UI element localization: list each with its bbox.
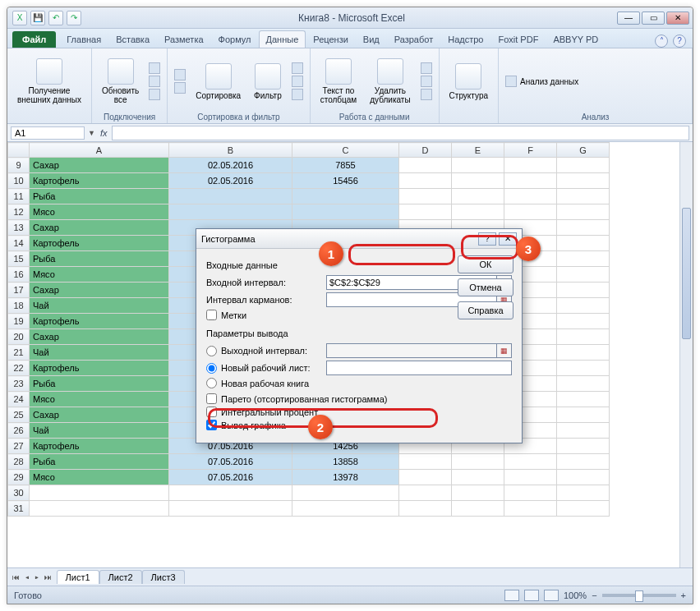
normal-view-button[interactable] (504, 590, 519, 601)
cell[interactable]: Чай (30, 345, 169, 361)
row-header[interactable]: 18 (8, 298, 30, 314)
zoom-level[interactable]: 100% (564, 590, 587, 600)
row-header[interactable]: 30 (8, 485, 30, 501)
cell[interactable]: 07.05.2016 (169, 470, 292, 485)
row-header[interactable]: 11 (8, 189, 30, 204)
outline-button[interactable]: Структура (446, 62, 491, 102)
sheet-nav-icons[interactable]: ⏮ ◀ ▶ ⏭ (12, 573, 53, 581)
cell[interactable]: Чай (30, 298, 169, 314)
ribbon-tab[interactable]: Вставка (108, 30, 157, 48)
cell[interactable]: Чай (30, 423, 169, 439)
cell[interactable]: Картофель (30, 314, 169, 329)
cell[interactable]: Картофель (30, 173, 169, 189)
ribbon-tab[interactable]: Надстро (440, 30, 490, 48)
undo-icon[interactable]: ↶ (48, 11, 63, 25)
ribbon-tab[interactable]: Главная (59, 30, 108, 48)
cell[interactable]: 7855 (292, 158, 399, 173)
row-header[interactable]: 22 (8, 361, 30, 376)
row-header[interactable]: 20 (8, 329, 30, 345)
cell[interactable]: Мясо (30, 392, 169, 407)
cell[interactable]: Рыба (30, 454, 169, 470)
filter-button[interactable]: Фильтр (251, 62, 285, 102)
ribbon-tab[interactable]: ABBYY PD (546, 30, 606, 48)
file-tab[interactable]: Файл (12, 31, 56, 48)
page-layout-view-button[interactable] (524, 590, 539, 601)
row-header[interactable]: 28 (8, 454, 30, 470)
text-to-columns-button[interactable]: Текст по столбцам (317, 57, 361, 106)
new-worksheet-radio[interactable] (206, 363, 217, 374)
cell[interactable]: Мясо (30, 267, 169, 283)
zoom-slider[interactable] (602, 594, 676, 597)
row-header[interactable]: 17 (8, 283, 30, 298)
cell[interactable]: Картофель (30, 439, 169, 454)
ribbon-tab[interactable]: Вид (356, 30, 387, 48)
cell[interactable]: Сахар (30, 158, 169, 173)
cell[interactable]: 02.05.2016 (169, 173, 292, 189)
column-header[interactable]: G (557, 143, 610, 158)
new-workbook-radio[interactable] (206, 378, 217, 388)
cell[interactable]: Сахар (30, 220, 169, 236)
minimize-button[interactable]: — (617, 11, 640, 25)
row-header[interactable]: 31 (8, 501, 30, 517)
cumulative-checkbox[interactable] (206, 407, 217, 417)
row-header[interactable]: 27 (8, 439, 30, 454)
save-icon[interactable]: 💾 (30, 11, 45, 25)
help-icon[interactable]: ? (673, 34, 686, 48)
output-range-field[interactable] (326, 343, 497, 358)
ribbon-tab[interactable]: Формул (211, 30, 259, 48)
row-header[interactable]: 9 (8, 158, 30, 173)
cell[interactable]: 07.05.2016 (169, 454, 292, 470)
row-header[interactable]: 16 (8, 267, 30, 283)
page-break-view-button[interactable] (544, 590, 559, 601)
row-header[interactable]: 21 (8, 345, 30, 361)
cell[interactable] (169, 204, 292, 220)
redo-icon[interactable]: ↷ (67, 11, 81, 25)
row-header[interactable]: 13 (8, 220, 30, 236)
row-header[interactable]: 29 (8, 470, 30, 485)
labels-checkbox[interactable] (206, 310, 217, 320)
close-button[interactable]: ✕ (666, 11, 689, 25)
column-header[interactable]: A (30, 143, 169, 158)
new-worksheet-field[interactable] (326, 361, 512, 375)
vertical-scrollbar[interactable] (679, 142, 693, 567)
row-header[interactable]: 24 (8, 392, 30, 407)
column-header[interactable]: B (169, 143, 292, 158)
cell[interactable]: 15456 (292, 173, 399, 189)
zoom-in-icon[interactable]: + (681, 590, 686, 600)
cell[interactable]: Рыба (30, 251, 169, 267)
cell[interactable]: Мясо (30, 470, 169, 485)
namebox-dropdown-icon[interactable]: ▼ (88, 129, 95, 137)
ribbon-tab[interactable]: Рецензи (306, 30, 356, 48)
cell[interactable]: Рыба (30, 376, 169, 392)
output-range-radio[interactable] (206, 346, 217, 356)
remove-duplicates-button[interactable]: Удалить дубликаты (366, 57, 413, 106)
cancel-button[interactable]: Отмена (458, 278, 513, 296)
cell[interactable]: Картофель (30, 361, 169, 376)
ribbon-tab[interactable]: Разметка (157, 30, 211, 48)
row-header[interactable]: 14 (8, 236, 30, 251)
cell[interactable] (169, 189, 292, 204)
data-analysis-button[interactable]: Анализ данных (505, 76, 578, 87)
column-header[interactable]: F (504, 143, 557, 158)
cell[interactable] (292, 204, 399, 220)
sort-za-icon[interactable] (174, 82, 186, 94)
zoom-out-icon[interactable]: − (592, 590, 596, 600)
sort-az-icon[interactable] (174, 69, 186, 80)
range-selector-icon[interactable]: ▦ (497, 343, 512, 358)
excel-icon[interactable]: X (12, 11, 27, 25)
row-header[interactable]: 12 (8, 204, 30, 220)
cell[interactable]: Сахар (30, 407, 169, 423)
external-data-button[interactable]: Получение внешних данных (14, 57, 85, 106)
sheet-tab[interactable]: Лист1 (57, 570, 99, 584)
maximize-button[interactable]: ▭ (642, 11, 665, 25)
ok-button[interactable]: ОК (458, 255, 513, 273)
row-header[interactable]: 26 (8, 423, 30, 439)
column-header[interactable]: D (399, 143, 452, 158)
sort-button[interactable]: Сортировка (192, 62, 244, 102)
cell[interactable] (292, 189, 399, 204)
dialog-close-button[interactable]: ✕ (499, 232, 517, 246)
sheet-tab[interactable]: Лист2 (99, 570, 142, 584)
cell[interactable]: Картофель (30, 236, 169, 251)
ribbon-tab[interactable]: Данные (259, 30, 306, 48)
column-header[interactable]: E (452, 143, 504, 158)
